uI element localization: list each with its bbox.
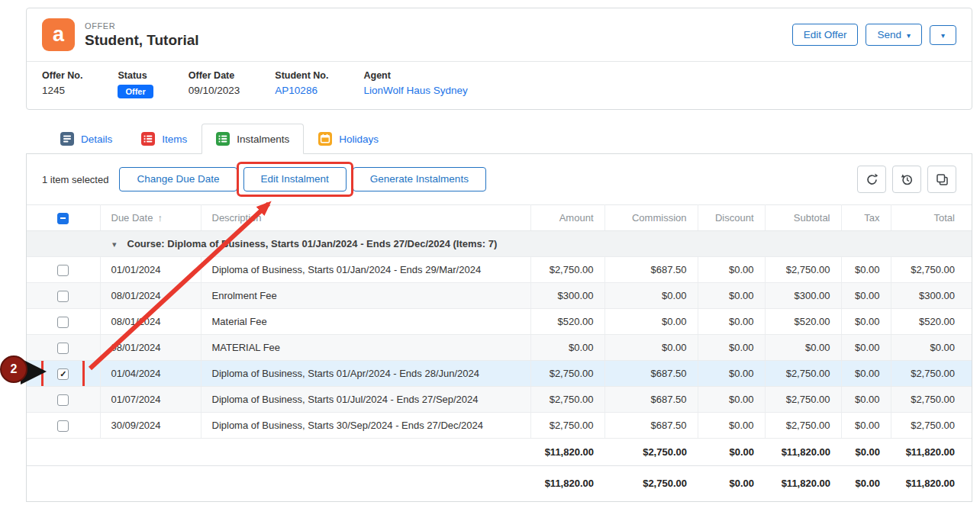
group-header-text: Course: Diploma of Business, Starts 01/J… <box>127 238 498 249</box>
cell-total: $2,750.00 <box>891 361 972 387</box>
col-commission[interactable]: Commission <box>604 205 698 231</box>
select-all-checkbox[interactable] <box>57 213 69 224</box>
cell-due-date: 30/09/2024 <box>100 413 201 439</box>
cell-due-date: 01/04/2024 <box>100 361 201 387</box>
cell-discount: $0.00 <box>698 309 765 335</box>
table-row[interactable]: 01/07/2024 Diploma of Business, Starts 0… <box>27 387 972 413</box>
group-total-commission: $2,750.00 <box>604 439 698 466</box>
offer-tabs: Details Items Instalments Holidays <box>26 124 972 154</box>
cell-commission: $687.50 <box>604 387 698 413</box>
tab-items[interactable]: Items <box>127 124 201 154</box>
col-total[interactable]: Total <box>891 205 972 231</box>
student-no-link[interactable]: AP10286 <box>275 85 318 96</box>
offer-icon-glyph: a <box>53 23 64 47</box>
cell-total: $2,750.00 <box>891 413 972 439</box>
col-discount[interactable]: Discount <box>698 205 765 231</box>
row-checkbox[interactable] <box>57 291 69 302</box>
cell-tax: $0.00 <box>841 257 891 283</box>
grand-total-commission: $2,750.00 <box>604 466 698 501</box>
holidays-icon <box>318 132 332 146</box>
row-checkbox[interactable] <box>57 265 69 276</box>
group-total-tax: $0.00 <box>841 439 891 466</box>
change-due-date-button[interactable]: Change Due Date <box>119 167 237 191</box>
group-total-total: $11,820.00 <box>891 439 972 466</box>
more-actions-button[interactable]: ▾ <box>930 25 956 45</box>
table-header-row: Due Date↑ Description Amount Commission … <box>27 205 972 231</box>
cell-description: Diploma of Business, Starts 01/Apr/2024 … <box>201 361 530 387</box>
send-button[interactable]: Send▾ <box>866 24 922 47</box>
tab-instalments[interactable]: Instalments <box>201 124 304 154</box>
agent-link[interactable]: LionWolf Haus Sydney <box>363 85 467 96</box>
cell-due-date: 01/07/2024 <box>100 387 201 413</box>
cell-amount: $2,750.00 <box>530 257 604 283</box>
copy-button[interactable] <box>927 166 956 193</box>
col-subtotal[interactable]: Subtotal <box>765 205 841 231</box>
status-badge: Offer <box>118 85 153 98</box>
sort-ascending-icon: ↑ <box>157 212 163 224</box>
offer-no-value: 1245 <box>42 85 82 96</box>
table-row[interactable]: 08/01/2024 Material Fee $520.00 $0.00 $0… <box>27 309 972 335</box>
row-checkbox-checked[interactable]: ✓ <box>57 368 69 380</box>
table-row[interactable]: 08/01/2024 Enrolment Fee $300.00 $0.00 $… <box>27 283 972 309</box>
cell-total: $0.00 <box>891 335 972 361</box>
col-description[interactable]: Description <box>201 205 530 231</box>
cell-discount: $0.00 <box>698 257 765 283</box>
row-checkbox[interactable] <box>57 420 69 432</box>
instalments-toolbar: 1 item selected Change Due Date Edit Ins… <box>27 154 972 204</box>
group-total-amount: $11,820.00 <box>530 439 604 466</box>
group-total-subtotal: $11,820.00 <box>765 439 841 466</box>
offer-date-label: Offer Date <box>189 70 240 81</box>
copy-icon <box>936 173 949 186</box>
cell-description: MATERIAL Fee <box>201 335 530 361</box>
cell-tax: $0.00 <box>841 361 891 387</box>
history-button[interactable] <box>892 166 921 193</box>
table-row[interactable]: 30/09/2024 Diploma of Business, Starts 3… <box>27 413 972 439</box>
cell-tax: $0.00 <box>841 283 891 309</box>
cell-amount: $2,750.00 <box>530 387 604 413</box>
edit-offer-button[interactable]: Edit Offer <box>792 24 859 47</box>
cell-tax: $0.00 <box>841 387 891 413</box>
refresh-button[interactable] <box>857 166 886 193</box>
offer-page: a OFFER Student, Tutorial Edit Offer Sen… <box>26 8 972 502</box>
cell-description: Diploma of Business, Starts 30/Sep/2024 … <box>201 413 530 439</box>
table-row-selected[interactable]: ✓ 01/04/2024 Diploma of Business, Starts… <box>27 361 972 387</box>
col-tax[interactable]: Tax <box>841 205 891 231</box>
cell-discount: $0.00 <box>698 335 765 361</box>
instalments-icon <box>216 132 230 146</box>
cell-commission: $687.50 <box>604 361 698 387</box>
col-due-date[interactable]: Due Date↑ <box>100 205 201 231</box>
refresh-icon <box>866 173 878 186</box>
collapse-caret-icon[interactable]: ▾ <box>112 240 117 249</box>
generate-instalments-button[interactable]: Generate Instalments <box>353 167 486 191</box>
table-row[interactable]: 01/01/2024 Diploma of Business, Starts 0… <box>27 257 972 283</box>
cell-subtotal: $0.00 <box>765 335 841 361</box>
page-title: Student, Tutorial <box>85 32 199 49</box>
offer-date-field: Offer Date 09/10/2023 <box>189 70 240 98</box>
cell-subtotal: $2,750.00 <box>765 413 841 439</box>
grand-total-subtotal: $11,820.00 <box>765 466 841 501</box>
cell-due-date: 01/01/2024 <box>100 257 201 283</box>
cell-commission: $0.00 <box>604 283 698 309</box>
row-checkbox[interactable] <box>57 394 69 406</box>
table-row[interactable]: 08/01/2024 MATERIAL Fee $0.00 $0.00 $0.0… <box>27 335 972 361</box>
cell-discount: $0.00 <box>698 413 765 439</box>
cell-amount: $2,750.00 <box>530 361 604 387</box>
cell-due-date: 08/01/2024 <box>100 283 201 309</box>
edit-instalment-button[interactable]: Edit Instalment <box>243 167 347 191</box>
tab-holidays[interactable]: Holidays <box>304 124 393 154</box>
cell-commission: $687.50 <box>604 257 698 283</box>
grand-total-tax: $0.00 <box>841 466 891 501</box>
grand-total-discount: $0.00 <box>698 466 765 501</box>
cell-tax: $0.00 <box>841 309 891 335</box>
cell-subtotal: $520.00 <box>765 309 841 335</box>
caret-down-icon: ▾ <box>907 32 911 40</box>
row-checkbox[interactable] <box>57 317 69 328</box>
selection-count: 1 item selected <box>42 174 108 185</box>
offer-date-value: 09/10/2023 <box>189 85 240 96</box>
cell-tax: $0.00 <box>841 335 891 361</box>
grand-total-row: $11,820.00 $2,750.00 $0.00 $11,820.00 $0… <box>27 466 972 501</box>
status-field: Status Offer <box>118 70 153 98</box>
tab-details[interactable]: Details <box>46 124 127 154</box>
row-checkbox[interactable] <box>57 343 69 354</box>
col-amount[interactable]: Amount <box>530 205 604 231</box>
